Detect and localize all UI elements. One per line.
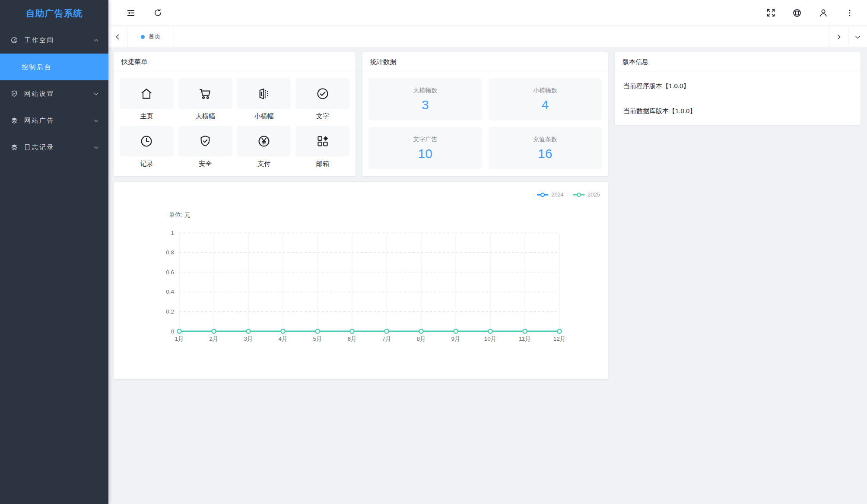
chevron-down-icon xyxy=(854,34,861,40)
page-content: 快捷菜单 主页 大横幅 xyxy=(108,48,867,504)
svg-text:0.4: 0.4 xyxy=(166,288,174,295)
stat-big-banner-count: 大横幅数 3 xyxy=(368,78,482,120)
chart-legend: 2024 2025 xyxy=(537,191,600,198)
svg-text:10月: 10月 xyxy=(484,336,497,342)
header-right xyxy=(765,8,855,18)
header-toolbar xyxy=(108,0,867,26)
panel-dots-icon xyxy=(257,87,271,101)
user-icon xyxy=(819,8,828,18)
legend-marker xyxy=(573,192,584,197)
sidebar-item-label: 网站设置 xyxy=(24,90,93,98)
layers-icon xyxy=(10,143,18,151)
chevron-up-icon xyxy=(93,38,99,43)
svg-text:7月: 7月 xyxy=(382,336,391,342)
sidebar-item-workspace[interactable]: 工作空间 xyxy=(0,27,108,54)
tab-bar: 首页 xyxy=(108,26,867,48)
quick-item-payment[interactable]: 支付 xyxy=(237,126,291,173)
sidebar: 自助广告系统 工作空间 控制后台 网站设置 xyxy=(0,0,108,504)
sidebar-item-site-settings[interactable]: 网站设置 xyxy=(0,80,108,107)
revenue-chart-card: 2024 2025 单位: 元 00.20.40.60.811月2月3月4月5月… xyxy=(114,182,608,379)
svg-text:4月: 4月 xyxy=(278,336,287,342)
svg-text:0.6: 0.6 xyxy=(166,269,174,276)
quick-item-small-banner[interactable]: 小横幅 xyxy=(237,78,291,126)
language-button[interactable] xyxy=(792,8,802,18)
svg-text:12月: 12月 xyxy=(553,336,566,342)
quick-item-big-banner[interactable]: 大横幅 xyxy=(178,78,232,126)
circle-check-icon xyxy=(316,87,330,101)
stat-recharge-count: 充值条数 16 xyxy=(489,127,602,169)
quick-item-security[interactable]: 安全 xyxy=(178,126,232,173)
fullscreen-button[interactable] xyxy=(765,8,776,18)
chevron-right-icon xyxy=(835,34,842,40)
quick-item-home[interactable]: 主页 xyxy=(120,78,174,126)
user-button[interactable] xyxy=(818,8,829,18)
stat-text-ads-count: 文字广告 10 xyxy=(368,127,482,169)
svg-text:1月: 1月 xyxy=(175,336,184,342)
header-left xyxy=(126,8,163,18)
version-title: 版本信息 xyxy=(615,52,861,72)
active-tab-dot xyxy=(141,35,145,39)
dashboard-icon xyxy=(10,36,18,44)
grid-menu-icon xyxy=(316,134,330,148)
svg-text:9月: 9月 xyxy=(451,336,460,342)
stats-grid: 大横幅数 3 小横幅数 4 文字广告 10 充值条数 16 xyxy=(362,72,608,175)
refresh-icon xyxy=(153,8,162,17)
yen-icon xyxy=(257,134,271,148)
stat-small-banner-count: 小横幅数 4 xyxy=(489,78,602,120)
stats-title: 统计数据 xyxy=(362,52,608,72)
stat-value: 10 xyxy=(418,146,432,161)
tabs-scroll-left-button[interactable] xyxy=(108,26,127,48)
program-version: 当前程序版本【1.0.0】 xyxy=(622,72,853,97)
quick-item-text[interactable]: 文字 xyxy=(295,78,349,126)
layers-icon xyxy=(10,117,18,124)
svg-text:3月: 3月 xyxy=(244,336,253,342)
more-button[interactable] xyxy=(845,8,855,18)
quick-item-mailbox[interactable]: 邮箱 xyxy=(295,126,349,173)
svg-text:5月: 5月 xyxy=(313,336,322,342)
submenu-item-label: 控制后台 xyxy=(22,63,52,71)
cart-icon xyxy=(198,87,212,101)
legend-marker xyxy=(537,192,548,197)
shield-check-icon xyxy=(10,90,18,98)
tab-label: 首页 xyxy=(149,33,161,41)
legend-item-2024[interactable]: 2024 xyxy=(537,191,564,198)
svg-text:6月: 6月 xyxy=(347,336,356,342)
stat-value: 16 xyxy=(538,146,552,161)
sidebar-item-logs[interactable]: 日志记录 xyxy=(0,134,108,161)
chevron-left-icon xyxy=(114,34,121,40)
database-version: 当前数据库版本【1.0.0】 xyxy=(622,97,853,122)
svg-text:1: 1 xyxy=(171,230,174,236)
tabs-scroll-right-button[interactable] xyxy=(829,26,848,48)
fold-sidebar-button[interactable] xyxy=(126,8,136,18)
shield-check-icon xyxy=(198,134,212,148)
more-vertical-icon xyxy=(845,9,854,17)
fold-icon xyxy=(126,8,136,18)
svg-text:0: 0 xyxy=(171,328,174,335)
tabs-menu-button[interactable] xyxy=(848,26,867,48)
fullscreen-icon xyxy=(766,8,775,17)
svg-text:8月: 8月 xyxy=(416,336,426,342)
tabs-spacer xyxy=(174,26,829,48)
home-icon xyxy=(140,87,153,101)
sidebar-item-label: 工作空间 xyxy=(24,36,93,44)
version-card: 版本信息 当前程序版本【1.0.0】 当前数据库版本【1.0.0】 xyxy=(615,52,861,125)
sidebar-item-label: 日志记录 xyxy=(24,143,93,152)
main-area: 首页 快捷菜单 主页 大横幅 xyxy=(108,0,867,504)
svg-text:0.2: 0.2 xyxy=(166,308,174,315)
svg-text:2月: 2月 xyxy=(209,336,218,342)
clock-icon xyxy=(140,134,153,148)
stat-value: 3 xyxy=(422,98,429,112)
app-logo: 自助广告系统 xyxy=(0,0,108,27)
quick-menu-card: 快捷菜单 主页 大横幅 xyxy=(114,52,356,176)
tab-home[interactable]: 首页 xyxy=(127,26,174,48)
refresh-button[interactable] xyxy=(152,8,163,18)
sidebar-item-label: 网站广告 xyxy=(24,117,93,125)
sidebar-item-site-ads[interactable]: 网站广告 xyxy=(0,107,108,134)
sidebar-item-control-backend[interactable]: 控制后台 xyxy=(0,54,108,80)
chevron-down-icon xyxy=(93,118,99,124)
quick-item-records[interactable]: 记录 xyxy=(120,126,174,173)
chevron-down-icon xyxy=(93,145,99,150)
legend-item-2025[interactable]: 2025 xyxy=(573,191,600,198)
stat-value: 4 xyxy=(541,98,549,112)
chart-unit-title: 单位: 元 xyxy=(169,211,191,219)
